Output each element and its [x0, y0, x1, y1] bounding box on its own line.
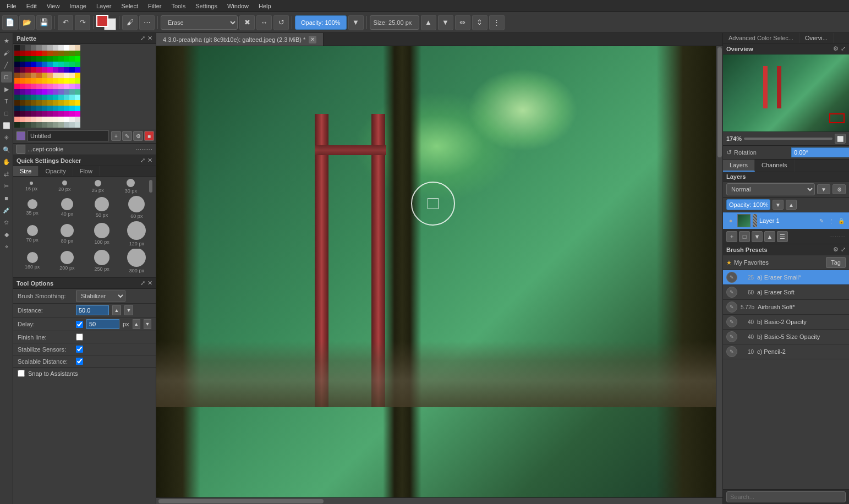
palette-cell-1-6[interactable]: [47, 51, 53, 56]
palette-cell-14-9[interactable]: [64, 122, 69, 128]
palette-cell-1-4[interactable]: [36, 51, 42, 56]
layer-delete-btn[interactable]: ■: [144, 131, 154, 141]
palette-cell-3-8[interactable]: [58, 62, 64, 67]
tool-options-controls[interactable]: ⤢ ✕: [140, 280, 152, 287]
palette-cell-14-7[interactable]: [53, 122, 58, 128]
palette-cell-1-2[interactable]: [25, 51, 31, 56]
palette-cell-4-0[interactable]: [14, 67, 20, 73]
palette-cell-9-5[interactable]: [42, 95, 47, 100]
palette-cell-11-4[interactable]: [36, 106, 42, 111]
layers-group-btn[interactable]: □: [739, 231, 750, 242]
palette-cell-11-7[interactable]: [53, 106, 58, 111]
qs-circle-80[interactable]: [61, 224, 74, 237]
zoom-slider[interactable]: [744, 138, 832, 140]
palette-cell-0-10[interactable]: [69, 45, 75, 51]
palette-cell-5-5[interactable]: [42, 73, 47, 78]
to-finish-line-checkbox[interactable]: [76, 333, 83, 341]
palette-cell-2-6[interactable]: [47, 56, 53, 62]
palette-cell-13-4[interactable]: [36, 117, 42, 122]
palette-cell-2-4[interactable]: [36, 56, 42, 62]
palette-cell-1-11[interactable]: [75, 51, 80, 56]
palette-cell-7-11[interactable]: [75, 84, 80, 89]
palette-cell-12-5[interactable]: [42, 111, 47, 117]
canvas-tab-close-btn[interactable]: ✕: [309, 36, 316, 43]
palette-cell-7-9[interactable]: [64, 84, 69, 89]
palette-cell-4-2[interactable]: [25, 67, 31, 73]
palette-cell-5-1[interactable]: [20, 73, 25, 78]
palette-cell-14-3[interactable]: [31, 122, 36, 128]
flip-h-btn[interactable]: ⇔: [455, 15, 470, 30]
menu-filter[interactable]: Filter: [144, 2, 166, 10]
palette-cell-13-8[interactable]: [58, 117, 64, 122]
layer-add-btn[interactable]: +: [111, 131, 121, 141]
overview-thumbnail[interactable]: [723, 54, 849, 132]
palette-cell-6-9[interactable]: [64, 78, 69, 84]
tool-erase[interactable]: □: [1, 72, 12, 83]
palette-cell-14-8[interactable]: [58, 122, 64, 128]
qs-circle-70[interactable]: [27, 225, 38, 236]
palette-cell-9-3[interactable]: [31, 95, 36, 100]
tool-smart-patch[interactable]: ✩: [1, 217, 12, 228]
palette-cell-7-0[interactable]: [14, 84, 20, 89]
menu-view[interactable]: View: [42, 2, 64, 10]
palette-cell-14-10[interactable]: [69, 122, 75, 128]
palette-cell-2-1[interactable]: [20, 56, 25, 62]
palette-cell-0-3[interactable]: [31, 45, 36, 51]
palette-cell-10-6[interactable]: [47, 100, 53, 106]
palette-cell-11-2[interactable]: [25, 106, 31, 111]
layer-item-1[interactable]: ● Layer 1 ✎ ⋮ 🔒: [723, 212, 849, 229]
palette-cell-7-2[interactable]: [25, 84, 31, 89]
palette-cell-0-11[interactable]: [75, 45, 80, 51]
palette-cell-12-8[interactable]: [58, 111, 64, 117]
palette-cell-11-6[interactable]: [47, 106, 53, 111]
to-delay-input[interactable]: [86, 319, 119, 329]
palette-cell-13-6[interactable]: [47, 117, 53, 122]
palette-cell-8-5[interactable]: [42, 89, 47, 95]
qs-circle-30[interactable]: [127, 179, 135, 187]
palette-cell-3-7[interactable]: [53, 62, 58, 67]
blend-mode-select[interactable]: Normal: [726, 183, 815, 195]
palette-cell-3-4[interactable]: [36, 62, 42, 67]
canvas-viewport[interactable]: [156, 46, 722, 497]
palette-cell-4-4[interactable]: [36, 67, 42, 73]
palette-cell-13-10[interactable]: [69, 117, 75, 122]
palette-cell-12-10[interactable]: [69, 111, 75, 117]
tool-zoom[interactable]: 🔍: [1, 144, 12, 155]
palette-cell-7-7[interactable]: [53, 84, 58, 89]
new-document-btn[interactable]: 📄: [2, 15, 18, 30]
palette-cell-13-3[interactable]: [31, 117, 36, 122]
palette-cell-4-11[interactable]: [75, 67, 80, 73]
tool-krita[interactable]: ★: [1, 35, 12, 46]
palette-cell-2-9[interactable]: [64, 56, 69, 62]
palette-cell-1-9[interactable]: [64, 51, 69, 56]
bp-settings-icon[interactable]: ⚙: [833, 246, 839, 253]
bp-item-3[interactable]: ✎40b) Basic-2 Opacity: [723, 315, 849, 330]
qs-circle-300[interactable]: [127, 249, 146, 267]
tool-colorpicker[interactable]: 💉: [1, 205, 12, 216]
palette-cell-1-7[interactable]: [53, 51, 58, 56]
palette-cell-5-11[interactable]: [75, 73, 80, 78]
palette-cell-0-7[interactable]: [53, 45, 58, 51]
to-delay-up[interactable]: ▲: [133, 319, 140, 329]
palette-cell-3-3[interactable]: [31, 62, 36, 67]
to-delay-checkbox[interactable]: [76, 321, 83, 328]
palette-cell-8-1[interactable]: [20, 89, 25, 95]
redo-btn[interactable]: ↷: [75, 15, 90, 30]
bp-item-4[interactable]: ✎40b) Basic-5 Size Opacity: [723, 330, 849, 344]
right-tab-color[interactable]: Advanced Color Selec...: [723, 33, 799, 43]
tool-line[interactable]: ╱: [1, 59, 12, 70]
palette-cell-6-3[interactable]: [31, 78, 36, 84]
palette-cell-9-2[interactable]: [25, 95, 31, 100]
palette-cell-1-8[interactable]: [58, 51, 64, 56]
palette-cell-12-6[interactable]: [47, 111, 53, 117]
palette-cell-9-0[interactable]: [14, 95, 20, 100]
palette-cell-11-11[interactable]: [75, 106, 80, 111]
palette-cell-11-1[interactable]: [20, 106, 25, 111]
palette-cell-12-11[interactable]: [75, 111, 80, 117]
palette-cell-2-11[interactable]: [75, 56, 80, 62]
qs-circle-160[interactable]: [27, 252, 38, 263]
palette-cell-2-3[interactable]: [31, 56, 36, 62]
palette-cell-7-1[interactable]: [20, 84, 25, 89]
menu-file[interactable]: File: [2, 2, 21, 10]
to-float-icon[interactable]: ⤢: [140, 280, 145, 287]
